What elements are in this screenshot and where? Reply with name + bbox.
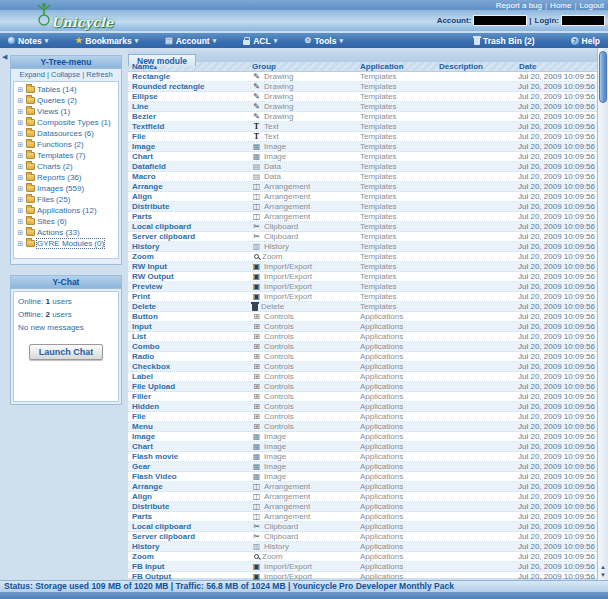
module-name-link[interactable]: Server clipboard <box>128 532 250 541</box>
module-name-link[interactable]: Combo <box>128 342 250 351</box>
vertical-scrollbar[interactable]: ▲ ▼ <box>597 48 608 580</box>
tree-item-templates-7[interactable]: ⊞Templates (7) <box>14 150 118 161</box>
report-bug-link[interactable]: Report a bug <box>496 1 542 10</box>
module-name-link[interactable]: Datafield <box>128 162 250 171</box>
table-row[interactable]: File Upload⊞ControlsApplicationsJul 20, … <box>128 382 597 392</box>
module-name-link[interactable]: Delete <box>128 302 250 311</box>
menu-account[interactable]: ▤ Account ▾ <box>165 36 216 46</box>
expand-icon[interactable]: ⊞ <box>17 218 24 226</box>
expand-icon[interactable]: ⊞ <box>17 174 24 182</box>
expand-icon[interactable]: ⊞ <box>17 185 24 193</box>
table-row[interactable]: Chart▦ImageApplicationsJul 20, 2009 10:0… <box>128 442 597 452</box>
table-row[interactable]: Radio⊞ControlsApplicationsJul 20, 2009 1… <box>128 352 597 362</box>
table-row[interactable]: ZoomZoomApplicationsJul 20, 2009 10:09:5… <box>128 552 597 562</box>
module-name-link[interactable]: RW Input <box>128 262 250 271</box>
table-row[interactable]: Datafield▤DataTemplatesJul 20, 2009 10:0… <box>128 162 597 172</box>
module-name-link[interactable]: Preview <box>128 282 250 291</box>
module-name-link[interactable]: Filler <box>128 392 250 401</box>
column-header-description[interactable]: Description <box>437 62 517 71</box>
expand-icon[interactable]: ⊞ <box>17 130 24 138</box>
module-name-link[interactable]: File <box>128 132 250 141</box>
scroll-down-icon[interactable]: ▼ <box>598 571 608 579</box>
table-row[interactable]: Server clipboard✂ClipboardApplicationsJu… <box>128 532 597 542</box>
module-name-link[interactable]: History <box>128 542 250 551</box>
module-name-link[interactable]: Textfield <box>128 122 250 131</box>
table-row[interactable]: RW Input▣Import/ExportTemplatesJul 20, 2… <box>128 262 597 272</box>
table-row[interactable]: Flash movie▦ImageApplicationsJul 20, 200… <box>128 452 597 462</box>
module-name-link[interactable]: Arrange <box>128 182 250 191</box>
table-row[interactable]: Parts◫ArrangementApplicationsJul 20, 200… <box>128 512 597 522</box>
table-row[interactable]: Flash Video▦ImageApplicationsJul 20, 200… <box>128 472 597 482</box>
tree-item-queries-2[interactable]: ⊞Queries (2) <box>14 95 118 106</box>
tree-item-datasources-6[interactable]: ⊞Datasources (6) <box>14 128 118 139</box>
trash-bin-button[interactable]: Trash Bin (2) <box>474 36 534 46</box>
table-row[interactable]: Button⊞ControlsApplicationsJul 20, 2009 … <box>128 312 597 322</box>
expand-icon[interactable]: ⊞ <box>17 207 24 215</box>
table-row[interactable]: Hidden⊞ControlsApplicationsJul 20, 2009 … <box>128 402 597 412</box>
module-name-link[interactable]: Rectangle <box>128 72 250 81</box>
table-row[interactable]: Preview▣Import/ExportTemplatesJul 20, 20… <box>128 282 597 292</box>
tree-item-actions-33[interactable]: ⊞Actions (33) <box>14 227 118 238</box>
table-row[interactable]: Chart▦ImageTemplatesJul 20, 2009 10:09:5… <box>128 152 597 162</box>
table-row[interactable]: Image▦ImageTemplatesJul 20, 2009 10:09:5… <box>128 142 597 152</box>
module-name-link[interactable]: Checkbox <box>128 362 250 371</box>
module-name-link[interactable]: Server clipboard <box>128 232 250 241</box>
table-row[interactable]: Ellipse✎DrawingTemplatesJul 20, 2009 10:… <box>128 92 597 102</box>
tree-item-tables-14[interactable]: ⊞Tables (14) <box>14 84 118 95</box>
tree-item-composite-types-1[interactable]: ⊞Composite Types (1) <box>14 117 118 128</box>
module-name-link[interactable]: Macro <box>128 172 250 181</box>
menu-acl[interactable]: ACL ▾ <box>243 36 277 46</box>
expand-icon[interactable]: ⊞ <box>17 240 24 248</box>
module-name-link[interactable]: Parts <box>128 212 250 221</box>
module-name-link[interactable]: Distribute <box>128 202 250 211</box>
module-name-link[interactable]: Radio <box>128 352 250 361</box>
tree-item-files-25[interactable]: ⊞Files (25) <box>14 194 118 205</box>
column-header-application[interactable]: Application <box>358 62 437 71</box>
module-name-link[interactable]: Align <box>128 492 250 501</box>
tree-collapse-link[interactable]: Collapse <box>51 70 80 79</box>
expand-icon[interactable]: ⊞ <box>17 196 24 204</box>
module-name-link[interactable]: Chart <box>128 442 250 451</box>
expand-icon[interactable]: ⊞ <box>17 97 24 105</box>
expand-icon[interactable]: ⊞ <box>17 152 24 160</box>
tree-item-applications-12[interactable]: ⊞Applications (12) <box>14 205 118 216</box>
module-name-link[interactable]: File <box>128 412 250 421</box>
tree-expand-link[interactable]: Expand <box>19 70 44 79</box>
module-name-link[interactable]: FB Input <box>128 562 250 571</box>
module-name-link[interactable]: Align <box>128 192 250 201</box>
module-name-link[interactable]: Rounded rectangle <box>128 82 250 91</box>
expand-icon[interactable]: ⊞ <box>17 119 24 127</box>
module-name-link[interactable]: Menu <box>128 422 250 431</box>
menu-tools[interactable]: ⚙ Tools ▾ <box>304 36 343 46</box>
table-row[interactable]: List⊞ControlsApplicationsJul 20, 2009 10… <box>128 332 597 342</box>
table-row[interactable]: Gear▦ImageApplicationsJul 20, 2009 10:09… <box>128 462 597 472</box>
module-name-link[interactable]: Zoom <box>128 252 250 261</box>
launch-chat-button[interactable]: Launch Chat <box>29 344 104 360</box>
home-link[interactable]: Home <box>550 1 571 10</box>
module-name-link[interactable]: Arrange <box>128 482 250 491</box>
menu-notes[interactable]: Notes ▾ <box>8 36 48 46</box>
table-row[interactable]: Distribute◫ArrangementTemplatesJul 20, 2… <box>128 202 597 212</box>
tree-item-gyre-modules-0[interactable]: ⊞GYRE Modules (0) <box>14 238 118 249</box>
table-row[interactable]: History▥HistoryTemplatesJul 20, 2009 10:… <box>128 242 597 252</box>
expand-icon[interactable]: ⊞ <box>17 86 24 94</box>
module-name-link[interactable]: Image <box>128 142 250 151</box>
module-name-link[interactable]: Flash movie <box>128 452 250 461</box>
table-row[interactable]: Macro▤DataTemplatesJul 20, 2009 10:09:56 <box>128 172 597 182</box>
table-row[interactable]: Bezier✎DrawingTemplatesJul 20, 2009 10:0… <box>128 112 597 122</box>
table-row[interactable]: History▥HistoryApplicationsJul 20, 2009 … <box>128 542 597 552</box>
table-row[interactable]: ZoomZoomTemplatesJul 20, 2009 10:09:56 <box>128 252 597 262</box>
tree-refresh-link[interactable]: Refresh <box>86 70 112 79</box>
module-name-link[interactable]: Bezier <box>128 112 250 121</box>
scrollbar-thumb[interactable] <box>599 51 607 103</box>
module-name-link[interactable]: Local clipboard <box>128 522 250 531</box>
help-button[interactable]: ? Help <box>571 36 600 46</box>
module-name-link[interactable]: Gear <box>128 462 250 471</box>
table-row[interactable]: Rounded rectangle✎DrawingTemplatesJul 20… <box>128 82 597 92</box>
module-name-link[interactable]: Distribute <box>128 502 250 511</box>
table-row[interactable]: Distribute◫ArrangementApplicationsJul 20… <box>128 502 597 512</box>
tree-item-sites-6[interactable]: ⊞Sites (6) <box>14 216 118 227</box>
module-name-link[interactable]: Image <box>128 432 250 441</box>
menu-bookmarks[interactable]: ★ Bookmarks ▾ <box>75 36 138 46</box>
table-row[interactable]: Local clipboard✂ClipboardApplicationsJul… <box>128 522 597 532</box>
